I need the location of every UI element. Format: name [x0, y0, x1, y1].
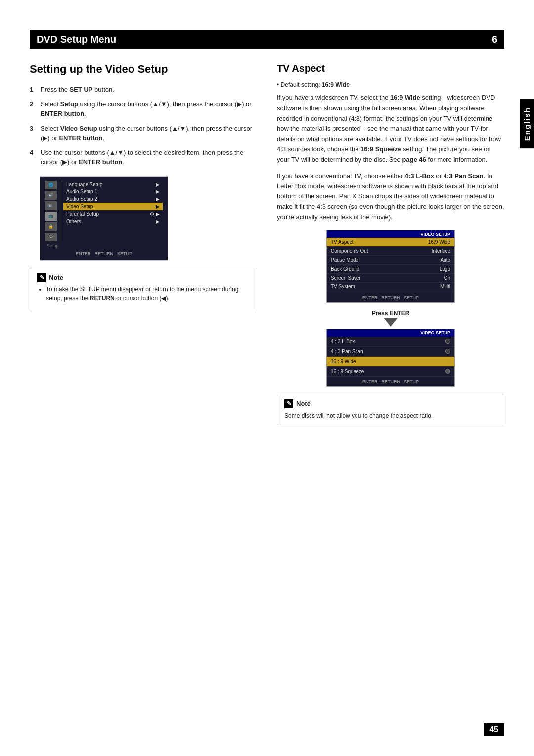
vs-row-tvsystem: TV System Multi	[327, 283, 454, 291]
vs-row-pause: Pause Mode Auto	[327, 256, 454, 265]
vs-row-screen: Screen Saver On	[327, 274, 454, 283]
opts-row-wide: 16 : 9 Wide	[327, 357, 454, 367]
vs-value-tvaspect: 16:9 Wide	[428, 239, 450, 245]
radio-panscan	[445, 349, 450, 354]
icon-video: 📺	[45, 212, 57, 221]
vs-footer: ENTER RETURN SETUP	[327, 293, 454, 302]
opts-row-panscan: 4 : 3 Pan Scan	[327, 347, 454, 357]
radio-wide	[445, 359, 450, 364]
step-2-num: 2	[30, 99, 37, 119]
page-number: 45	[484, 723, 504, 736]
step-2: 2 Select Setup using the cursor buttons …	[30, 99, 257, 119]
menu-row-others: Others▶	[63, 218, 163, 225]
footer-enter: ENTER	[76, 251, 91, 256]
icon-lang: 🌐	[45, 181, 57, 189]
vs-label-tvaspect: TV Aspect	[331, 239, 354, 245]
arrow-down-icon	[384, 318, 398, 327]
note-label-left: Note	[49, 274, 63, 281]
step-4-num: 4	[30, 148, 37, 167]
note-icon-left: ✎	[37, 273, 46, 282]
icon-audio1: 🔊	[45, 191, 57, 200]
options-screenshot: VIDEO SETUP 4 : 3 L-Box 4 : 3 Pan Scan 1…	[326, 329, 455, 387]
note-icon-right: ✎	[284, 399, 293, 408]
tv-aspect-title: TV Aspect	[277, 63, 504, 74]
default-setting: Default setting: 16:9 Wide	[277, 81, 504, 88]
body-text-1: If you have a widescreen TV, select the …	[277, 93, 504, 165]
header-bar: DVD Setup Menu 6	[30, 30, 504, 49]
menu-row-audio1: Audio Setup 1▶	[63, 188, 163, 195]
step-1-num: 1	[30, 85, 37, 94]
icon-parental: 🔒	[45, 222, 57, 231]
video-setup-screenshot: VIDEO SETUP TV Aspect 16:9 Wide Componen…	[326, 230, 455, 303]
footer-setup: SETUP	[117, 251, 132, 256]
opts-row-lbox: 4 : 3 L-Box	[327, 337, 454, 347]
right-column: TV Aspect Default setting: 16:9 Wide If …	[277, 63, 504, 432]
footer-return: RETURN	[95, 251, 114, 256]
vs-row-comp: Components Out Interlace	[327, 247, 454, 256]
left-column: Setting up the Video Setup 1 Press the S…	[30, 63, 257, 432]
two-col-layout: Setting up the Video Setup 1 Press the S…	[30, 63, 504, 432]
step-2-text: Select Setup using the cursor buttons (▲…	[41, 99, 257, 119]
opts-header: VIDEO SETUP	[327, 329, 454, 337]
vs-row-tvaspect: TV Aspect 16:9 Wide	[327, 238, 454, 247]
menu-footer: ENTER RETURN SETUP	[45, 251, 163, 256]
english-tab: English	[520, 99, 534, 148]
body-text-2: If you have a conventional TV, choose ei…	[277, 171, 504, 223]
menu-rows-container: Language Setup▶ Audio Setup 1▶ Audio Set…	[63, 181, 163, 241]
radio-squeeze	[445, 369, 450, 374]
note-title-right: ✎ Note	[284, 399, 497, 408]
note-bullets: To make the SETUP menu disappear or retu…	[37, 285, 250, 303]
menu-row-video: Video Setup▶	[63, 203, 163, 210]
steps-list: 1 Press the SET UP button. 2 Select Setu…	[30, 85, 257, 167]
icon-others: ⚙	[45, 233, 57, 241]
vs-row-bg: Back Ground Logo	[327, 265, 454, 274]
opts-row-squeeze: 16 : 9 Squeeze	[327, 367, 454, 377]
step-1: 1 Press the SET UP button.	[30, 85, 257, 94]
step-4-text: Use the cursor buttons (▲/▼) to select t…	[41, 148, 257, 167]
opts-footer: ENTER RETURN SETUP	[327, 378, 454, 386]
menu-row-lang: Language Setup▶	[63, 181, 163, 188]
vs-header: VIDEO SETUP	[327, 230, 454, 238]
note-label-right: Note	[296, 400, 311, 407]
icon-audio2: 🔉	[45, 201, 57, 210]
note-box-right: ✎ Note Some discs will not allow you to …	[277, 394, 504, 425]
header-page-num: 6	[492, 34, 497, 45]
note-title-left: ✎ Note	[37, 273, 250, 282]
setup-menu-screenshot: 🌐 🔊 🔉 📺 🔒 ⚙ Language Setup▶ Audio Setup …	[40, 176, 168, 261]
note-bullet-1: To make the SETUP menu disappear or retu…	[46, 285, 250, 303]
note-box-left: ✎ Note To make the SETUP menu disappear …	[30, 268, 257, 312]
page-container: DVD Setup Menu 6 English Setting up the …	[0, 0, 534, 756]
step-1-text: Press the SET UP button.	[41, 85, 257, 94]
setup-label: Setup	[45, 243, 163, 248]
step-3-num: 3	[30, 124, 37, 143]
radio-lbox	[445, 339, 450, 344]
menu-row-audio2: Audio Setup 2▶	[63, 195, 163, 203]
note-text-right: Some discs will not allow you to change …	[284, 411, 497, 420]
step-3: 3 Select Video Setup using the cursor bu…	[30, 124, 257, 143]
header-title: DVD Setup Menu	[37, 34, 116, 45]
section-title: Setting up the Video Setup	[30, 63, 257, 76]
step-3-text: Select Video Setup using the cursor butt…	[41, 124, 257, 143]
menu-icons: 🌐 🔊 🔉 📺 🔒 ⚙	[45, 181, 60, 241]
menu-row-parental: Parental Setup⚙ ▶	[63, 210, 163, 218]
press-enter-label: Press ENTER	[277, 310, 504, 317]
step-4: 4 Use the cursor buttons (▲/▼) to select…	[30, 148, 257, 167]
